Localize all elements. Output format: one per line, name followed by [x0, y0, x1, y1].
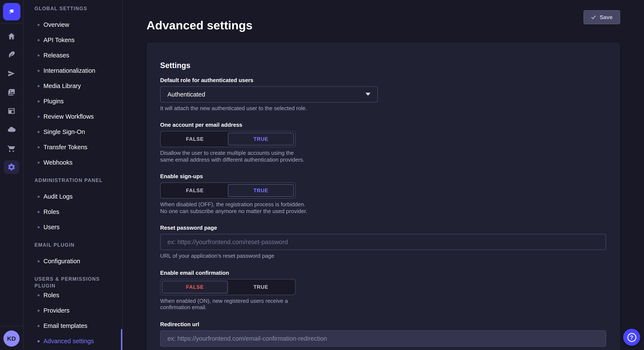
bullet-icon: [38, 116, 40, 118]
field-hint: When disabled (OFF), the registration pr…: [160, 201, 308, 214]
media-library-button[interactable]: [4, 85, 19, 99]
bullet-icon: [38, 340, 40, 342]
field-label: Enable email confirmation: [160, 270, 606, 276]
reset-password-input[interactable]: [160, 234, 606, 250]
field-label: Default role for authenticated users: [160, 77, 606, 84]
redirection-url-input[interactable]: [160, 331, 606, 347]
save-button[interactable]: Save: [584, 10, 620, 24]
marketplace-button[interactable]: [4, 142, 19, 155]
sidebar-item-label: Audit Logs: [44, 193, 72, 200]
save-button-label: Save: [600, 14, 613, 20]
bullet-icon: [38, 85, 40, 87]
sidebar-item-label: Internationalization: [44, 67, 95, 74]
rail-footer: KD: [0, 326, 23, 347]
sidebar-item-roles[interactable]: Roles: [24, 204, 122, 219]
bullet-icon: [38, 226, 40, 228]
field-reset-password-page: Reset password page URL of your applicat…: [160, 225, 606, 259]
sidebar-item-review-workflows[interactable]: Review Workflows: [24, 109, 122, 124]
check-icon: [591, 14, 596, 20]
content-manager-icon: [7, 107, 16, 115]
sidebar-item-webhooks[interactable]: Webhooks: [24, 155, 122, 170]
toggle-true-option[interactable]: TRUE: [228, 133, 294, 146]
cloud-icon: [7, 126, 16, 134]
sidebar-item-roles[interactable]: Roles: [24, 288, 122, 303]
nav-section-header: ADMINISTRATION PANEL: [34, 177, 122, 184]
sidebar-item-plugins[interactable]: Plugins: [24, 94, 122, 109]
settings-card: Settings Default role for authenticated …: [146, 42, 620, 350]
media-library-icon: [7, 88, 16, 97]
app: KD GLOBAL SETTINGSOverviewAPI TokensRele…: [0, 0, 644, 350]
feather-icon: [7, 51, 16, 59]
settings-button[interactable]: [4, 160, 19, 174]
sidebar-item-users[interactable]: Users: [24, 219, 122, 235]
field-hint: It will attach the new authenticated use…: [160, 105, 606, 112]
sidebar-item-label: Roles: [44, 208, 59, 215]
nav-section-header: EMAIL PLUGIN: [34, 242, 122, 248]
sidebar-item-label: Media Library: [44, 82, 81, 89]
sidebar-item-audit-logs[interactable]: Audit Logs: [24, 189, 122, 204]
email-confirmation-toggle: FALSE TRUE: [160, 279, 296, 295]
toggle-false-option[interactable]: FALSE: [162, 184, 228, 197]
sidebar-item-label: Plugins: [44, 98, 64, 105]
sidebar-item-media-library[interactable]: Media Library: [24, 78, 122, 94]
sidebar-item-releases[interactable]: Releases: [24, 48, 122, 63]
content-builder-button[interactable]: [4, 48, 19, 62]
bullet-icon: [38, 70, 40, 72]
field-hint: Disallow the user to create multiple acc…: [160, 150, 308, 163]
field-enable-sign-ups: Enable sign-ups FALSE TRUE When disabled…: [160, 173, 606, 214]
sidebar-item-configuration[interactable]: Configuration: [24, 253, 122, 269]
field-label: Enable sign-ups: [160, 173, 606, 180]
bullet-icon: [38, 211, 40, 213]
field-hint: URL of your application's reset password…: [160, 253, 606, 259]
page-header: Advanced settings Save: [146, 10, 620, 34]
sidebar-item-overview[interactable]: Overview: [24, 17, 122, 32]
sidebar-item-internationalization[interactable]: Internationalization: [24, 63, 122, 78]
nav-section-header: GLOBAL SETTINGS: [34, 5, 122, 12]
bullet-icon: [38, 146, 40, 148]
strapi-logo[interactable]: [3, 3, 20, 20]
cloud-button[interactable]: [4, 123, 19, 137]
send-icon: [7, 69, 16, 78]
sidebar-item-label: Releases: [44, 52, 69, 59]
sidebar-item-providers[interactable]: Providers: [24, 303, 122, 318]
avatar[interactable]: KD: [4, 331, 20, 347]
help-button[interactable]: ?: [623, 329, 640, 346]
sidebar-item-api-tokens[interactable]: API Tokens: [24, 32, 122, 48]
toggle-true-option[interactable]: TRUE: [228, 184, 294, 197]
sidebar-item-single-sign-on[interactable]: Single Sign-On: [24, 124, 122, 140]
question-mark-icon: ?: [627, 333, 636, 342]
sidebar-item-label: Users: [44, 224, 60, 230]
sidebar-item-label: Providers: [44, 307, 70, 314]
sidebar-item-advanced-settings[interactable]: Advanced settings: [24, 334, 122, 349]
home-icon: [7, 32, 16, 40]
bullet-icon: [38, 54, 40, 56]
bullet-icon: [38, 131, 40, 133]
field-label: Reset password page: [160, 225, 606, 232]
field-label: One account per email address: [160, 122, 606, 129]
toggle-true-option[interactable]: TRUE: [228, 281, 294, 293]
icon-rail: KD: [0, 0, 24, 350]
marketplace-cart-icon: [7, 144, 16, 153]
sidebar-item-transfer-tokens[interactable]: Transfer Tokens: [24, 140, 122, 155]
enable-sign-ups-toggle: FALSE TRUE: [160, 183, 296, 199]
content-manager-button[interactable]: [4, 104, 19, 118]
bullet-icon: [38, 309, 40, 312]
toggle-false-option[interactable]: FALSE: [162, 281, 228, 293]
sidebar-item-label: Webhooks: [44, 159, 72, 166]
sidebar-item-email-templates[interactable]: Email templates: [24, 318, 122, 334]
bullet-icon: [38, 294, 40, 296]
field-hint: When enabled (ON), new registered users …: [160, 298, 308, 311]
deploy-button[interactable]: [4, 67, 19, 80]
page-title: Advanced settings: [146, 18, 252, 33]
bullet-icon: [38, 260, 40, 262]
sidebar-item-label: Roles: [44, 292, 59, 299]
bullet-icon: [38, 325, 40, 327]
bullet-icon: [38, 161, 40, 164]
settings-sidebar: GLOBAL SETTINGSOverviewAPI TokensRelease…: [24, 0, 123, 350]
default-role-select[interactable]: Authenticated: [160, 86, 378, 103]
home-button[interactable]: [4, 29, 19, 43]
toggle-false-option[interactable]: FALSE: [162, 133, 228, 146]
bullet-icon: [38, 39, 40, 41]
one-account-toggle: FALSE TRUE: [160, 131, 296, 147]
field-redirection-url: Redirection url: [160, 321, 606, 347]
